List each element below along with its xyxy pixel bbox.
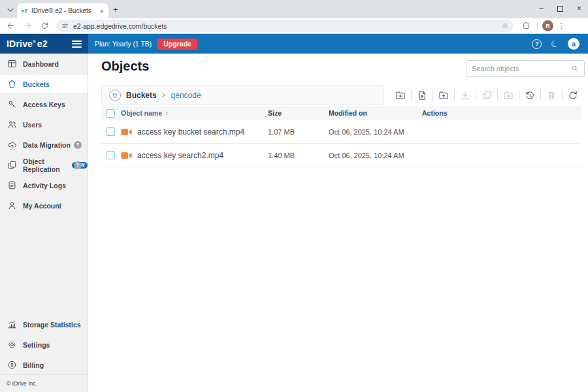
create-folder-icon (395, 90, 406, 101)
download-icon (460, 90, 470, 101)
sidebar-item-label: Settings (23, 341, 50, 349)
svg-text:$: $ (11, 363, 14, 368)
sort-ascending-icon[interactable]: ↑ (165, 110, 169, 117)
forward-button[interactable] (21, 20, 34, 33)
breadcrumb-current-bucket[interactable]: qencode (171, 91, 201, 100)
sidebar-item-data-migration[interactable]: Data Migration ? (0, 135, 88, 155)
site-favicon: e2 (22, 8, 27, 14)
sidebar-item-billing[interactable]: $ Billing (0, 355, 88, 375)
toolbar-divider (519, 90, 519, 100)
sidebar-item-users[interactable]: Users (0, 114, 88, 135)
back-button[interactable] (4, 20, 17, 33)
help-icon[interactable]: ? (532, 39, 542, 49)
account-icon (7, 201, 17, 210)
help-badge-icon[interactable]: ? (74, 161, 82, 169)
upgrade-button[interactable]: Upgrade (157, 39, 197, 50)
sidebar: Dashboard Buckets Access Keys Users Data… (0, 54, 88, 392)
download-button[interactable] (457, 90, 474, 101)
tab-close-icon[interactable]: × (100, 7, 104, 15)
idrive-e2-logo: IDrive®e2 (7, 39, 72, 49)
browser-profile-avatar[interactable]: R (542, 20, 553, 31)
upload-folder-icon (438, 90, 449, 101)
toolbar-divider (454, 90, 455, 100)
window-minimize-icon[interactable]: – (539, 4, 544, 13)
account-avatar[interactable]: a (568, 38, 580, 50)
table-header-row: Object name ↑ Size Modified on Actions (101, 106, 581, 120)
extensions-button[interactable] (519, 20, 532, 33)
upload-folder-button[interactable] (435, 90, 452, 101)
browser-tab[interactable]: e2 IDrive® e2 - Buckets × (17, 3, 108, 18)
search-box (466, 60, 585, 77)
copy-button[interactable] (478, 90, 495, 101)
object-name[interactable]: access key bucket search.mp4 (137, 127, 244, 137)
reload-icon (41, 22, 49, 30)
reload-button[interactable] (38, 20, 51, 33)
move-button[interactable] (500, 90, 517, 101)
sidebar-item-access-keys[interactable]: Access Keys (0, 94, 88, 114)
object-size: 1.07 MB (268, 128, 329, 136)
sidebar-item-label: Buckets (23, 80, 50, 88)
bookmark-star-icon[interactable]: ☆ (502, 22, 508, 30)
refresh-button[interactable] (564, 90, 581, 101)
site-settings-icon[interactable] (61, 22, 69, 29)
browser-tabstrip: e2 IDrive® e2 - Buckets × + – × (0, 0, 588, 18)
toolbar-divider (562, 90, 563, 100)
sidebar-item-my-account[interactable]: My Account (0, 195, 88, 216)
sidebar-item-settings[interactable]: Settings (0, 335, 88, 355)
move-icon (503, 90, 514, 101)
select-all-checkbox[interactable] (106, 109, 115, 118)
table-row[interactable]: access key search2.mp4 1.40 MB Oct 06, 2… (101, 144, 581, 167)
toolbar-divider (540, 90, 541, 100)
table-row[interactable]: access key bucket search.mp4 1.07 MB Oct… (101, 120, 581, 144)
create-folder-button[interactable] (392, 90, 409, 101)
storage-stats-icon (7, 319, 17, 329)
copy-icon (482, 90, 492, 101)
sidebar-bottom-group: Storage Statistics Settings $ Billing (0, 314, 88, 375)
tab-title: IDrive® e2 - Buckets (31, 7, 96, 14)
history-button[interactable] (521, 90, 538, 101)
browser-toolbar: e2-app.edgedrive.com/buckets ☆ R ⋮ (0, 18, 588, 34)
sidebar-item-label: Access Keys (23, 101, 65, 108)
breadcrumb-buckets-link[interactable]: Buckets (126, 91, 157, 100)
upload-file-icon (417, 90, 427, 101)
app-header: IDrive®e2 Plan: Yearly (1 TB) Upgrade ? … (0, 34, 588, 54)
help-badge-icon[interactable]: ? (74, 141, 82, 149)
sidebar-item-storage-statistics[interactable]: Storage Statistics (0, 314, 88, 335)
forward-icon (24, 22, 32, 30)
row-checkbox[interactable] (106, 127, 115, 136)
dark-mode-moon-icon[interactable]: ☾ (549, 38, 560, 50)
sidebar-item-label: Object Replication (23, 157, 65, 173)
users-icon (7, 120, 17, 129)
window-controls: – × (539, 4, 581, 13)
delete-button[interactable] (543, 90, 560, 101)
sidebar-item-buckets[interactable]: Buckets (0, 74, 88, 94)
history-icon (525, 90, 535, 101)
column-header-object-name[interactable]: Object name ↑ (121, 109, 268, 117)
url-text[interactable]: e2-app.edgedrive.com/buckets (73, 22, 497, 30)
billing-icon: $ (7, 360, 17, 370)
search-input[interactable] (472, 65, 571, 73)
logo-block: IDrive®e2 (0, 34, 88, 54)
header-actions: ? ☾ a (532, 38, 588, 50)
sidebar-item-object-replication[interactable]: Object Replication NEW ? (0, 155, 88, 175)
object-name[interactable]: access key search2.mp4 (137, 151, 223, 160)
tab-search-button[interactable] (5, 5, 16, 15)
plan-label: Plan: Yearly (1 TB) (95, 40, 152, 48)
search-icon[interactable] (571, 65, 579, 73)
column-header-modified[interactable]: Modified on (329, 109, 422, 117)
hamburger-menu-icon[interactable] (72, 41, 82, 48)
sidebar-item-dashboard[interactable]: Dashboard (0, 54, 88, 74)
url-bar[interactable]: e2-app.edgedrive.com/buckets ☆ (56, 20, 514, 32)
sidebar-item-label: Dashboard (23, 60, 59, 68)
bucket-root-icon[interactable] (109, 90, 121, 101)
sidebar-item-activity-logs[interactable]: Activity Logs (0, 175, 88, 195)
column-header-size[interactable]: Size (268, 109, 329, 117)
window-close-icon[interactable]: × (577, 4, 581, 13)
activity-logs-icon (7, 180, 17, 190)
window-maximize-icon[interactable] (557, 6, 563, 12)
upload-file-button[interactable] (414, 90, 431, 101)
row-checkbox[interactable] (106, 151, 115, 159)
browser-menu-icon[interactable]: ⋮ (558, 22, 565, 30)
new-tab-button[interactable]: + (113, 5, 118, 14)
sidebar-item-label: Activity Logs (23, 182, 66, 189)
